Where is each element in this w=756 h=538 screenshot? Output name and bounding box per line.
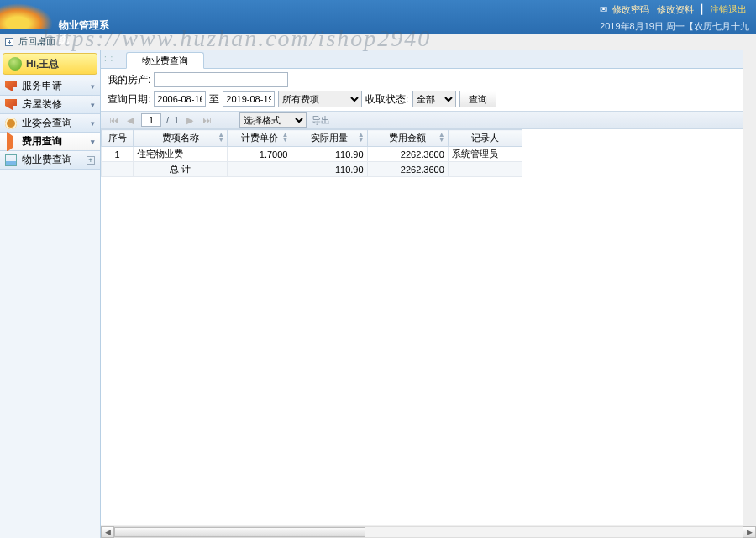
cell-amount: 2262.3600 [367, 147, 448, 162]
table-total-row: 总 计 110.90 2262.3600 [102, 162, 522, 177]
date-from-input[interactable] [154, 91, 206, 107]
sidebar-item-renovation[interactable]: 房屋装修 ▾ [0, 96, 100, 114]
sidebar: Hi,王总 服务申请 ▾ 房屋装修 ▾ 业委会查询 ▾ 费用查询 ▾ 物业费查询… [0, 50, 101, 538]
app-title: 物业管理系统 [59, 18, 118, 47]
fee-type-select[interactable]: 所有费项 [278, 91, 362, 107]
logo: 物业管理系统 [0, 0, 118, 34]
pager-sep: / [166, 115, 169, 125]
col-qty[interactable]: 实际用量▲▼ [291, 130, 367, 147]
link-logout[interactable]: 注销退出 [710, 4, 747, 14]
gear-icon [5, 118, 17, 129]
pager-last-icon[interactable]: ⏭ [201, 115, 213, 125]
chevron-down-icon: ▾ [91, 119, 95, 128]
query-button[interactable]: 查询 [459, 91, 496, 107]
flag-icon [5, 81, 17, 92]
cell-price: 1.7000 [228, 147, 291, 162]
total-qty: 110.90 [291, 162, 367, 177]
arrow-icon [5, 136, 17, 148]
pager: ⏮ ◀ / 1 ▶ ⏭ 选择格式 导出 [101, 111, 756, 129]
sidebar-item-committee[interactable]: 业委会查询 ▾ [0, 114, 100, 133]
house-label: 我的房产: [108, 73, 150, 87]
mail-icon: ✉ [600, 4, 607, 14]
col-amount[interactable]: 费用金额▲▼ [367, 130, 448, 147]
scroll-thumb[interactable] [114, 527, 365, 537]
status-label: 收取状态: [365, 92, 408, 107]
sort-icon: ▲▼ [438, 133, 445, 143]
table-row[interactable]: 1 住宅物业费 1.7000 110.90 2262.3600 系统管理员 [102, 147, 522, 162]
flag-icon [5, 99, 17, 111]
scroll-right-icon[interactable]: ▶ [743, 526, 756, 538]
pager-next-icon[interactable]: ▶ [184, 115, 196, 126]
fee-table: 序号 费项名称▲▼ 计费单价▲▼ 实际用量▲▼ 费用金额▲▼ 记录人 1 住宅物… [101, 129, 522, 177]
link-change-profile[interactable]: 修改资料 [657, 4, 694, 14]
sort-icon: ▲▼ [218, 133, 224, 143]
back-to-desktop[interactable]: 后回桌面 [18, 36, 55, 46]
pager-format-select[interactable]: 选择格式 [239, 112, 307, 128]
pager-export[interactable]: 导出 [312, 114, 330, 127]
sidebar-item-label: 房屋装修 [22, 97, 62, 112]
tab-property-fee[interactable]: 物业费查询 [126, 52, 204, 69]
col-index[interactable]: 序号 [102, 130, 134, 147]
cell-name: 住宅物业费 [134, 147, 228, 162]
scroll-track[interactable] [114, 526, 743, 538]
tab-handle-icon: : : [104, 54, 113, 63]
cell-index: 1 [102, 147, 134, 162]
date-sep: 至 [209, 92, 219, 107]
pager-prev-icon[interactable]: ◀ [124, 115, 136, 126]
cell-recorder: 系统管理员 [448, 147, 522, 162]
pager-first-icon[interactable]: ⏮ [108, 115, 119, 125]
sidebar-item-label: 物业费查询 [22, 153, 72, 167]
logo-swoosh-icon [0, 0, 59, 29]
chart-icon [5, 154, 17, 166]
chevron-down-icon: ▾ [91, 82, 95, 91]
app-header: 物业管理系统 ✉ 修改密码 修改资料 ┃ 注销退出 2019年8月19日 周一【… [0, 0, 756, 34]
col-name[interactable]: 费项名称▲▼ [134, 130, 228, 147]
header-date: 2019年8月19日 周一【农历七月十九 [600, 20, 749, 33]
total-label: 总 计 [134, 162, 228, 177]
pager-page-input[interactable] [141, 113, 161, 127]
sidebar-item-fee-query[interactable]: 费用查询 ▾ [0, 133, 100, 151]
header-links: ✉ 修改密码 修改资料 ┃ 注销退出 [600, 3, 749, 16]
filter-bar: 我的房产: 查询日期: 至 所有费项 收取状态: 全部 查询 [101, 69, 756, 111]
avatar-icon [8, 57, 22, 71]
user-name: Hi,王总 [26, 57, 59, 71]
date-to-input[interactable] [223, 91, 275, 107]
col-price[interactable]: 计费单价▲▼ [228, 130, 291, 147]
pager-total: 1 [174, 115, 179, 125]
sidebar-item-service[interactable]: 服务申请 ▾ [0, 77, 100, 96]
desktop-icon [5, 38, 13, 46]
total-amount: 2262.3600 [367, 162, 448, 177]
chevron-down-icon: ▾ [91, 138, 95, 146]
date-label: 查询日期: [108, 92, 150, 107]
chevron-down-icon: ▾ [91, 101, 95, 109]
sort-icon: ▲▼ [358, 133, 365, 143]
user-greeting: Hi,王总 [3, 53, 97, 75]
main-panel: : : 物业费查询 我的房产: 查询日期: 至 所有费项 收取状态: 全部 查 [101, 50, 756, 538]
tabstrip: : : 物业费查询 [101, 50, 756, 69]
separator: ┃ [699, 4, 705, 14]
status-select[interactable]: 全部 [412, 91, 456, 107]
link-change-password[interactable]: 修改密码 [612, 4, 649, 14]
scrollbar-horizontal[interactable]: ◀ ▶ [101, 525, 756, 538]
sidebar-item-label: 费用查询 [22, 134, 62, 149]
sidebar-item-label: 服务申请 [22, 79, 62, 93]
expand-icon[interactable]: + [87, 156, 95, 165]
scrollbar-vertical[interactable] [743, 50, 756, 525]
col-recorder[interactable]: 记录人 [448, 130, 522, 147]
sort-icon: ▲▼ [282, 133, 289, 143]
house-input[interactable] [154, 72, 288, 87]
sidebar-item-property-fee[interactable]: 物业费查询 + [0, 151, 100, 170]
sidebar-item-label: 业委会查询 [22, 116, 72, 130]
cell-qty: 110.90 [291, 147, 367, 162]
scroll-left-icon[interactable]: ◀ [101, 526, 114, 538]
